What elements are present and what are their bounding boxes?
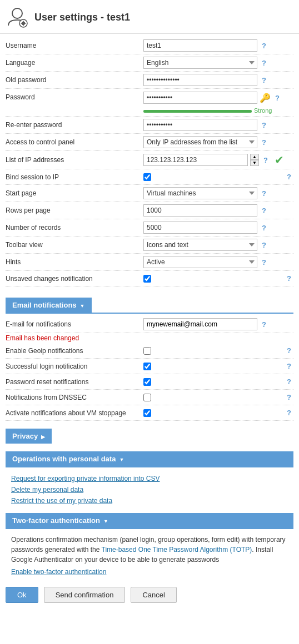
rows-label: Rows per page [6, 207, 143, 214]
records-help-icon[interactable]: ? [260, 224, 268, 232]
privacy-header[interactable]: Privacy [6, 429, 52, 444]
password-strength-bar-wrap: Strong [143, 107, 272, 114]
send-confirmation-button[interactable]: Send confirmation [44, 587, 126, 603]
reset-notif-help-icon[interactable]: ? [285, 378, 293, 386]
username-control: ? [143, 39, 293, 52]
hints-control: Active Inactive ? [143, 256, 293, 268]
restrict-data-link[interactable]: Restrict the use of my private data [11, 495, 288, 506]
reenter-password-help-icon[interactable]: ? [260, 121, 268, 129]
delete-data-link[interactable]: Delete my personal data [11, 484, 288, 495]
login-notif-checkbox[interactable] [143, 363, 151, 370]
start-page-select[interactable]: Virtual machines Dashboard DNS [143, 187, 257, 199]
toolbar-help-icon[interactable]: ? [260, 241, 268, 249]
old-password-control: ? [143, 74, 293, 86]
password-row: Password 🔑 ? Strong [6, 89, 293, 117]
reenter-password-label: Re-enter password [6, 121, 143, 129]
svg-rect-6 [21, 23, 22, 24]
page-header: User settings - test1 [0, 0, 299, 34]
dnssec-row: Notifications from DNSSEC ? [6, 390, 293, 405]
username-row: Username ? [6, 37, 293, 54]
svg-rect-4 [23, 21, 24, 22]
vm-stoppage-control: ? [143, 409, 293, 417]
export-csv-link[interactable]: Request for exporting private informatio… [11, 473, 288, 484]
hints-row: Hints Active Inactive ? [6, 254, 293, 271]
login-notif-help-icon[interactable]: ? [285, 362, 293, 370]
two-factor-section-wrap: Two-factor authentication Operations con… [0, 513, 299, 581]
privacy-section: Privacy [0, 421, 299, 447]
ip-label: List of IP addresses [6, 156, 143, 164]
unsaved-help-icon[interactable]: ? [285, 274, 293, 283]
generate-password-icon[interactable]: 🔑 [260, 93, 271, 103]
dnssec-checkbox[interactable] [143, 394, 151, 401]
email-changed-notice: Email has been changed [6, 333, 293, 343]
email-notifications-header[interactable]: Email notifications [6, 298, 92, 313]
two-factor-header[interactable]: Two-factor authentication [6, 513, 293, 528]
email-divider [6, 313, 293, 314]
ip-spinner-down[interactable]: ▼ [250, 160, 259, 166]
cancel-button[interactable]: Cancel [131, 587, 176, 603]
vm-stoppage-checkbox[interactable] [143, 409, 151, 417]
username-help-icon[interactable]: ? [260, 42, 268, 50]
page-title: User settings - test1 [34, 12, 130, 23]
ok-button[interactable]: Ok [6, 587, 38, 603]
bind-checkbox[interactable] [143, 173, 151, 181]
notification-email-help-icon[interactable]: ? [260, 320, 268, 329]
old-password-row: Old password ? [6, 72, 293, 89]
password-label: Password [6, 92, 143, 101]
hints-help-icon[interactable]: ? [260, 258, 268, 266]
toolbar-label: Toolbar view [6, 241, 143, 249]
geoip-label: Enable Geoip notifications [6, 347, 143, 355]
vm-stoppage-label: Activate notifications about VM stoppage [6, 409, 143, 417]
rows-control: ? [143, 204, 293, 217]
ops-divider [6, 466, 293, 467]
start-page-help-icon[interactable]: ? [260, 189, 268, 198]
language-control: English Russian German ? [143, 57, 293, 69]
old-password-help-icon[interactable]: ? [260, 76, 268, 84]
email-notifications-section: Email notifications E-mail for notificat… [0, 290, 299, 421]
bind-help-icon[interactable]: ? [285, 173, 293, 181]
rows-help-icon[interactable]: ? [260, 207, 268, 215]
password-help-icon[interactable]: ? [273, 94, 282, 102]
ip-input[interactable] [143, 154, 248, 166]
dnssec-help-icon[interactable]: ? [285, 393, 293, 401]
notification-email-row: E-mail for notifications ? [6, 316, 293, 333]
password-input[interactable] [143, 92, 257, 104]
toolbar-row: Toolbar view Icons and text Icons only T… [6, 237, 293, 254]
reenter-password-row: Re-enter password ? [6, 117, 293, 134]
access-help-icon[interactable]: ? [260, 138, 268, 147]
access-label: Access to control panel [6, 138, 143, 146]
reenter-password-input[interactable] [143, 119, 257, 131]
language-row: Language English Russian German ? [6, 54, 293, 72]
start-page-label: Start page [6, 189, 143, 197]
ip-help-icon[interactable]: ? [261, 156, 270, 164]
vm-stoppage-row: Activate notifications about VM stoppage… [6, 405, 293, 421]
access-row: Access to control panel Only IP addresse… [6, 134, 293, 151]
reset-notif-checkbox[interactable] [143, 378, 151, 386]
ip-spinner-up[interactable]: ▲ [250, 154, 259, 160]
language-select[interactable]: English Russian German [143, 57, 257, 69]
geoip-row: Enable Geoip notifications ? [6, 343, 293, 359]
login-notif-label: Successful login notification [6, 363, 143, 370]
language-help-icon[interactable]: ? [260, 59, 268, 67]
records-input[interactable] [143, 222, 257, 234]
vm-stoppage-help-icon[interactable]: ? [285, 409, 293, 417]
old-password-input[interactable] [143, 74, 257, 86]
email-notifications-title: Email notifications [12, 301, 77, 309]
rows-input[interactable] [143, 204, 257, 217]
username-input[interactable] [143, 39, 257, 52]
password-strength-bar [143, 110, 252, 113]
svg-point-0 [12, 8, 22, 18]
toolbar-control: Icons and text Icons only Text only ? [143, 239, 293, 251]
totp-link[interactable]: Time-based One Time Password Algorithm (… [102, 546, 252, 554]
geoip-help-icon[interactable]: ? [285, 346, 293, 355]
toolbar-select[interactable]: Icons and text Icons only Text only [143, 239, 257, 251]
enable-two-factor-link[interactable]: Enable two-factor authentication [11, 565, 288, 578]
geoip-checkbox[interactable] [143, 347, 151, 355]
geoip-control: ? [143, 346, 293, 355]
unsaved-checkbox[interactable] [143, 275, 151, 283]
dnssec-label: Notifications from DNSSEC [6, 394, 143, 401]
access-select[interactable]: Only IP addresses from the list All IP a… [143, 136, 257, 148]
notification-email-input[interactable] [143, 318, 257, 330]
ops-header[interactable]: Operations with personal data [6, 451, 293, 466]
hints-select[interactable]: Active Inactive [143, 256, 257, 268]
